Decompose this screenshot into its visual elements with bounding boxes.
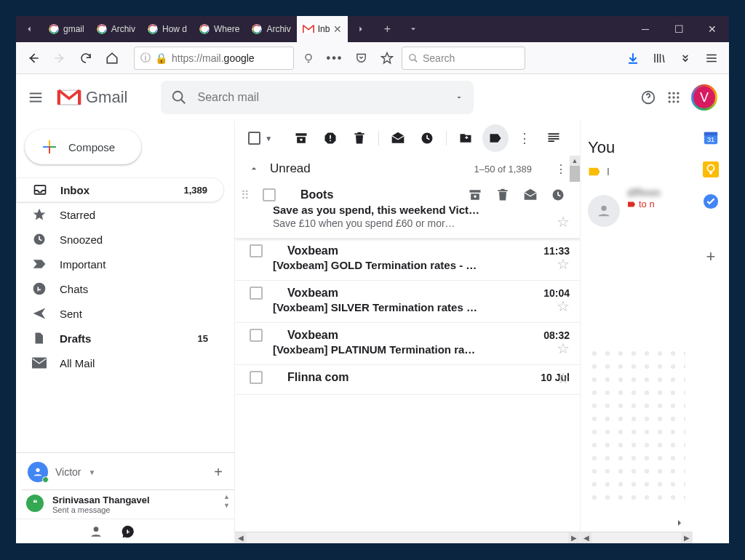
sidebar-item-chats[interactable]: Chats <box>16 276 224 301</box>
hamburger-icon[interactable] <box>28 89 45 105</box>
sidebar-item-sent[interactable]: Sent <box>16 301 224 326</box>
tab-label: gmail <box>63 24 84 34</box>
overflow-icon[interactable] <box>674 47 697 70</box>
url-bar[interactable]: ⓘ 🔒 https://mail.google <box>134 47 294 70</box>
gmail-search-input[interactable] <box>197 91 445 104</box>
delete-button[interactable] <box>346 124 372 152</box>
move-button[interactable] <box>453 124 479 152</box>
add-app-button[interactable]: + <box>706 247 716 266</box>
panel-collapse[interactable] <box>674 517 685 529</box>
sidebar-item-drafts[interactable]: Drafts15 <box>16 326 224 351</box>
search-icon <box>408 53 418 63</box>
sidebar-item-snoozed[interactable]: Snoozed <box>16 227 224 252</box>
browser-tab[interactable]: Archiv <box>90 16 141 42</box>
hangouts-chat-tab[interactable] <box>121 524 135 539</box>
horizontal-scrollbar[interactable]: ◀▶ <box>235 532 580 543</box>
archive-icon[interactable] <box>466 188 484 202</box>
select-all-checkbox[interactable] <box>248 132 260 145</box>
new-tab-button[interactable]: + <box>374 16 400 42</box>
mark-read-icon[interactable] <box>522 188 539 202</box>
notif-up[interactable]: ▲ <box>223 493 230 500</box>
section-more[interactable]: ⋮ <box>555 162 567 176</box>
snooze-icon[interactable] <box>549 188 567 202</box>
notif-down[interactable]: ▼ <box>223 502 230 509</box>
apps-grid-icon[interactable] <box>666 90 681 105</box>
star-icon[interactable]: ☆ <box>557 340 570 357</box>
account-avatar[interactable]: V <box>691 84 717 111</box>
more-button[interactable]: ⋮ <box>511 124 538 152</box>
tab-scroll-left[interactable] <box>16 16 42 42</box>
tab-favicon <box>199 23 210 35</box>
mail-row[interactable]: Voxbeam11:33[Voxbeam] GOLD Termination r… <box>235 239 580 281</box>
browser-tab[interactable]: gmail <box>42 16 90 42</box>
bookmark-icon[interactable] <box>375 47 399 70</box>
nav-back[interactable] <box>22 47 45 70</box>
tab-close[interactable]: ✕ <box>333 23 342 35</box>
mail-row[interactable]: ⠿BootsSave as you spend, this weekend Vi… <box>235 182 580 239</box>
spam-button[interactable] <box>317 124 343 152</box>
downloads-icon[interactable] <box>621 47 645 70</box>
panel-title: You <box>588 138 685 157</box>
tabs-dropdown[interactable] <box>400 16 426 42</box>
browser-tab[interactable]: Where <box>193 16 245 42</box>
gmail-search-box[interactable] <box>161 81 474 114</box>
window-maximize[interactable]: ☐ <box>662 16 696 42</box>
calendar-app-icon[interactable]: 31 <box>703 129 719 145</box>
tips-icon[interactable] <box>297 47 320 70</box>
split-pane-toggle[interactable] <box>541 124 567 152</box>
browser-search-box[interactable]: Search <box>402 47 525 70</box>
nav-home[interactable] <box>100 47 124 70</box>
support-icon[interactable] <box>640 89 656 105</box>
browser-tab[interactable]: How d <box>141 16 193 42</box>
delete-icon[interactable] <box>494 188 511 202</box>
hangouts-contacts-tab[interactable] <box>89 524 103 539</box>
sidebar-item-inbox[interactable]: Inbox1,389 <box>16 177 224 202</box>
hangouts-add[interactable]: + <box>214 464 223 481</box>
hangouts-caret[interactable]: ▼ <box>89 468 96 476</box>
hangouts-notification[interactable]: ❝ Srinivasan Thangavel Sent a message ▲▼ <box>22 489 234 519</box>
star-icon[interactable]: ☆ <box>557 213 570 231</box>
mail-checkbox[interactable] <box>250 287 263 300</box>
browser-tab[interactable]: Inb✕ <box>297 16 348 42</box>
label-button[interactable] <box>482 124 509 152</box>
tasks-app-icon[interactable] <box>703 193 719 209</box>
svg-rect-19 <box>49 140 50 146</box>
window-minimize[interactable]: ─ <box>629 16 662 42</box>
compose-button[interactable]: Compose <box>25 129 141 164</box>
mail-checkbox[interactable] <box>250 329 263 342</box>
drag-handle-icon[interactable]: ⠿ <box>241 188 250 202</box>
sidebar-item-all-mail[interactable]: All Mail <box>16 351 224 375</box>
menu-icon[interactable] <box>700 47 723 70</box>
sidebar-item-important[interactable]: Important <box>16 252 224 276</box>
window-close[interactable]: ✕ <box>696 16 729 42</box>
page-actions[interactable]: ••• <box>323 47 346 70</box>
mail-row[interactable]: Flinna com10 Jul☆ <box>235 365 580 395</box>
browser-titlebar: gmailArchivHow dWhereArchivInb✕ + ─ ☐ ✕ <box>16 16 729 42</box>
star-icon[interactable]: ☆ <box>557 255 570 273</box>
keep-app-icon[interactable] <box>703 161 719 177</box>
hangouts-avatar[interactable] <box>28 462 48 482</box>
mail-checkbox[interactable] <box>250 371 263 384</box>
snooze-button[interactable] <box>414 124 440 152</box>
archive-button[interactable] <box>288 124 314 152</box>
gmail-logo[interactable]: Gmail <box>57 88 127 107</box>
info-icon[interactable]: ⓘ <box>140 52 151 65</box>
mail-checkbox[interactable] <box>250 244 263 257</box>
tab-scroll-right[interactable] <box>348 16 374 42</box>
hangouts-username: Victor <box>55 466 81 478</box>
panel-hscroll[interactable]: ◀▶ <box>581 532 693 543</box>
pocket-icon[interactable] <box>349 47 372 70</box>
collapse-icon[interactable] <box>248 163 260 175</box>
mail-checkbox[interactable] <box>263 188 276 201</box>
mail-row[interactable]: Voxbeam08:32[Voxbeam] PLATINUM Terminati… <box>235 323 580 365</box>
browser-tab[interactable]: Archiv <box>245 16 296 42</box>
sidebar-item-starred[interactable]: Starred <box>16 202 224 227</box>
search-options-caret[interactable] <box>455 93 463 102</box>
nav-reload[interactable] <box>74 47 97 70</box>
mail-row[interactable]: Voxbeam10:04[Voxbeam] SILVER Termination… <box>235 281 580 323</box>
star-icon[interactable]: ☆ <box>557 297 570 315</box>
mark-read-button[interactable] <box>385 124 411 152</box>
library-icon[interactable] <box>648 47 671 70</box>
star-icon[interactable]: ☆ <box>557 369 570 387</box>
select-dropdown[interactable]: ▼ <box>265 135 272 143</box>
